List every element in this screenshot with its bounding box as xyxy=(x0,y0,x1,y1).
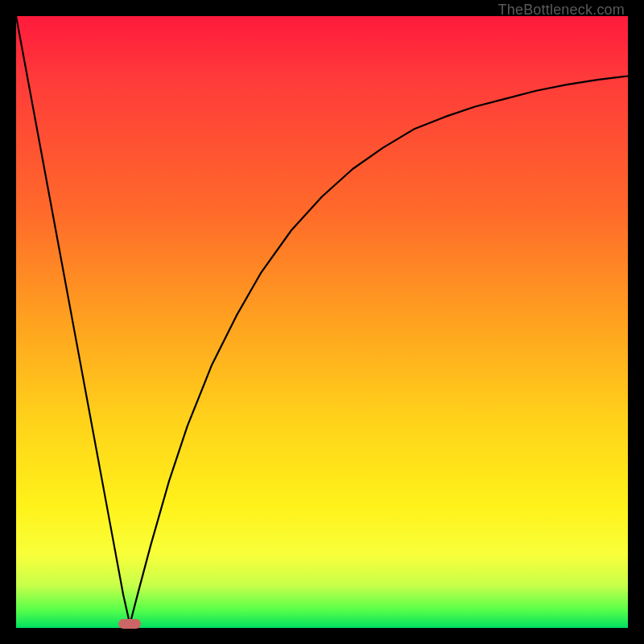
attribution-text: TheBottleneck.com xyxy=(498,2,625,19)
chart-frame: TheBottleneck.com xyxy=(0,0,644,644)
minimum-marker xyxy=(118,619,141,629)
bottleneck-curve xyxy=(16,16,628,628)
plot-area xyxy=(16,16,628,628)
